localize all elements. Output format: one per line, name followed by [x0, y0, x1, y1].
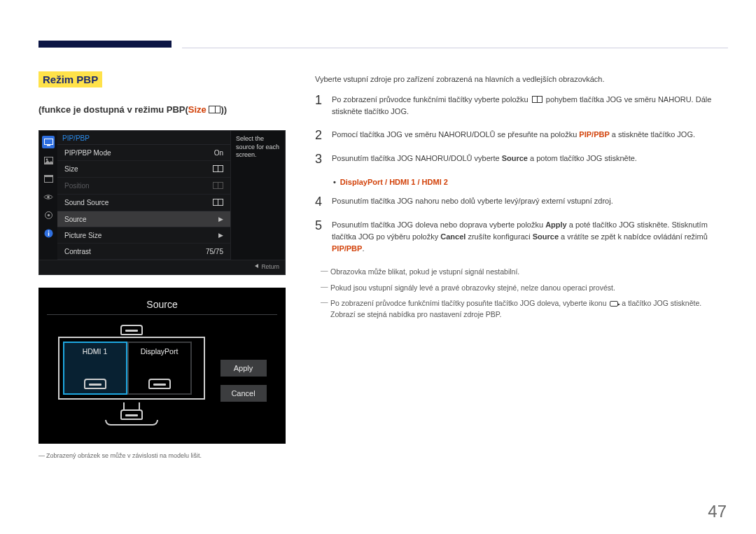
osd-label: Sound Source — [64, 199, 108, 207]
step-1: 1 Po zobrazení průvodce funkčními tlačít… — [315, 94, 728, 118]
port-top-icon — [120, 325, 143, 335]
osd-icon-info — [42, 227, 55, 239]
osd-label: Picture Size — [64, 232, 102, 239]
footnote-1: Obrazovka může blikat, pokud je vstupní … — [322, 266, 728, 277]
osd-value: 75/75 — [206, 248, 223, 255]
step-text: Posunutím tlačítka JOG nahoru nebo dolů … — [332, 195, 613, 208]
pip-pbp-term: PIP/PBP — [332, 244, 362, 253]
source-panel-title: Source — [47, 295, 277, 314]
header-accent-bar — [38, 41, 172, 48]
osd-main: PIP/PBP PIP/PBP Mode On Size Position So… — [57, 131, 230, 260]
footnote-2: Pokud jsou vstupní signály levé a pravé … — [322, 282, 728, 293]
subheading-prefix: (funkce je dostupná v režimu PBP( — [38, 104, 188, 115]
pbp-position-value-icon — [213, 182, 223, 189]
step-text: Pomocí tlačítka JOG ve směru NAHORU/DOLŮ… — [332, 130, 579, 139]
header-rule — [182, 48, 728, 48]
step-number: 1 — [315, 94, 323, 118]
osd-label: Contrast — [64, 248, 91, 255]
source-panel-rule — [47, 314, 277, 315]
step-number: 2 — [315, 129, 323, 141]
monitor-diagram: HDMI 1 DisplayPort — [58, 325, 205, 426]
intro-text: Vyberte vstupní zdroje pro zařízení zobr… — [315, 73, 728, 85]
osd-icon-picture — [42, 154, 55, 167]
osd-label: Position — [64, 182, 90, 190]
source-right-label: DisplayPort — [141, 347, 178, 356]
osd-label: Size — [64, 165, 78, 174]
svg-rect-5 — [45, 176, 52, 177]
port-icon — [84, 379, 106, 389]
source-term: Source — [533, 232, 559, 241]
svg-point-3 — [46, 158, 48, 160]
chevron-right-icon: ▶ — [218, 232, 223, 239]
step-text: . — [362, 244, 364, 253]
step-text: Posunutím tlačítka JOG doleva nebo dopra… — [332, 220, 545, 229]
osd-icon-rail — [39, 131, 57, 260]
footnote-text: Po zobrazení průvodce funkčními tlačítky… — [330, 299, 608, 307]
osd-label: PIP/PBP Mode — [64, 149, 111, 157]
osd-row-position: Position — [57, 178, 230, 195]
apply-button[interactable]: Apply — [220, 360, 267, 377]
osd-menu: PIP/PBP PIP/PBP Mode On Size Position So… — [38, 130, 286, 275]
source-term: Source — [502, 154, 528, 162]
step-3: 3 Posunutím tlačítka JOG NAHORU/DOLŮ vyb… — [315, 153, 728, 165]
pbp-size-icon — [209, 106, 220, 113]
step-number: 4 — [315, 195, 323, 208]
chevron-right-icon: ▶ — [218, 216, 223, 223]
step-number: 5 — [315, 219, 323, 255]
section-heading: Režim PBP — [38, 71, 102, 87]
pbp-size-value-icon — [213, 165, 223, 172]
step-text: Posunutím tlačítka JOG NAHORU/DOLŮ vyber… — [332, 154, 502, 162]
osd-row-mode: PIP/PBP Mode On — [57, 145, 230, 161]
right-column: Vyberte vstupní zdroje pro zařízení zobr… — [315, 73, 728, 324]
left-column: Režim PBP (funkce je dostupná v režimu P… — [38, 71, 290, 459]
osd-icon-gear — [42, 209, 55, 221]
options-list: DisplayPort / HDMI 1 / HDMI 2 — [340, 178, 448, 186]
svg-point-8 — [47, 213, 49, 216]
osd-value: On — [214, 149, 223, 157]
source-left-label: HDMI 1 — [83, 347, 108, 356]
osd-return-label: Return — [261, 263, 279, 270]
apply-term: Apply — [545, 220, 567, 229]
footnote-3: Po zobrazení průvodce funkčními tlačítky… — [322, 297, 728, 321]
osd-row-sound: Sound Source — [57, 195, 230, 211]
source-right-pane: DisplayPort — [127, 342, 192, 395]
page-number: 47 — [708, 502, 727, 521]
monitor-stand-icon — [58, 402, 205, 426]
osd-icon-monitor — [42, 136, 55, 148]
osd-row-size: Size — [57, 161, 230, 178]
step-text: Po zobrazení průvodce funkčními tlačítky… — [332, 95, 531, 104]
menu-icon — [532, 96, 542, 103]
source-left-pane: HDMI 1 — [63, 342, 127, 395]
osd-row-picturesize: Picture Size ▶ — [57, 227, 230, 244]
left-footnote: ―Zobrazený obrázek se může v závislosti … — [38, 452, 290, 459]
svg-point-6 — [47, 195, 50, 198]
section-subheading: (funkce je dostupná v režimu PBP(Size )) — [38, 104, 290, 115]
osd-title: PIP/PBP — [57, 131, 230, 145]
osd-icon-window — [42, 172, 55, 185]
return-icon — [610, 301, 618, 307]
options-bullet: •DisplayPort / HDMI 1 / HDMI 2 — [333, 176, 728, 188]
cancel-term: Cancel — [440, 232, 465, 241]
svg-rect-0 — [44, 139, 52, 144]
return-arrow-icon — [255, 264, 258, 268]
step-2: 2 Pomocí tlačítka JOG ve směru NAHORU/DO… — [315, 129, 728, 141]
left-footnote-text: Zobrazený obrázek se může v závislosti n… — [46, 452, 202, 459]
osd-side-hint: Select the source for each screen. — [230, 131, 285, 260]
port-bottom-icon — [120, 409, 143, 420]
subheading-size: Size — [188, 104, 206, 115]
cancel-button[interactable]: Cancel — [220, 385, 267, 402]
source-buttons: Apply Cancel — [220, 360, 267, 402]
osd-footer: Return — [39, 260, 285, 274]
step-text: zrušíte konfiguraci — [465, 232, 532, 241]
step-text: a stiskněte tlačítko JOG. — [610, 130, 695, 139]
svg-rect-1 — [47, 145, 50, 146]
port-icon — [148, 379, 171, 389]
step-text: a vrátíte se zpět k nabídce ovládání rež… — [559, 232, 708, 241]
svg-rect-11 — [48, 230, 48, 232]
osd-row-contrast: Contrast 75/75 — [57, 244, 230, 260]
source-panel: Source HDMI 1 DisplayPort — [38, 288, 286, 444]
step-number: 3 — [315, 153, 323, 165]
osd-row-source: Source ▶ — [57, 211, 230, 227]
step-4: 4 Posunutím tlačítka JOG nahoru nebo dol… — [315, 195, 728, 208]
sound-value-icon — [213, 199, 223, 206]
